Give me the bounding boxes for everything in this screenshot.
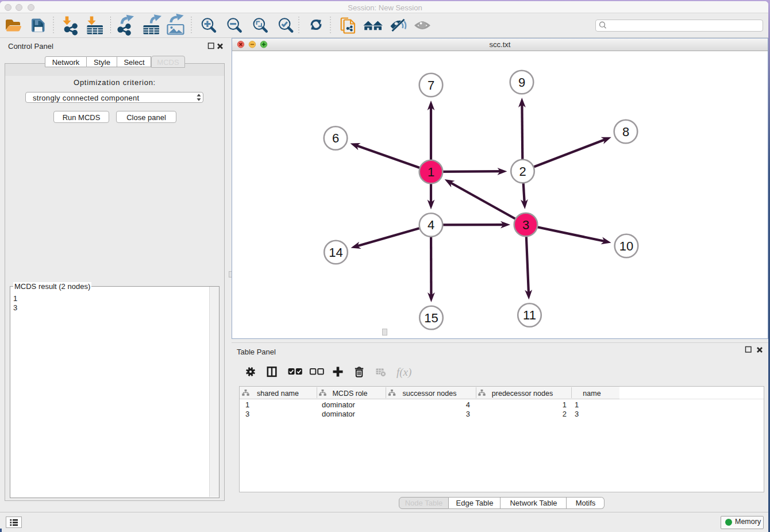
svg-text:7: 7 bbox=[428, 78, 434, 92]
svg-text:14: 14 bbox=[329, 245, 342, 259]
svg-text:15: 15 bbox=[424, 310, 438, 325]
svg-text:4: 4 bbox=[428, 218, 434, 232]
svg-text:6: 6 bbox=[332, 131, 339, 145]
svg-text:11: 11 bbox=[523, 308, 536, 322]
svg-text:2: 2 bbox=[519, 164, 526, 178]
svg-text:8: 8 bbox=[622, 124, 629, 138]
svg-text:9: 9 bbox=[518, 75, 525, 89]
svg-text:10: 10 bbox=[619, 238, 633, 253]
svg-text:1: 1 bbox=[428, 164, 434, 179]
svg-text:3: 3 bbox=[522, 217, 529, 232]
